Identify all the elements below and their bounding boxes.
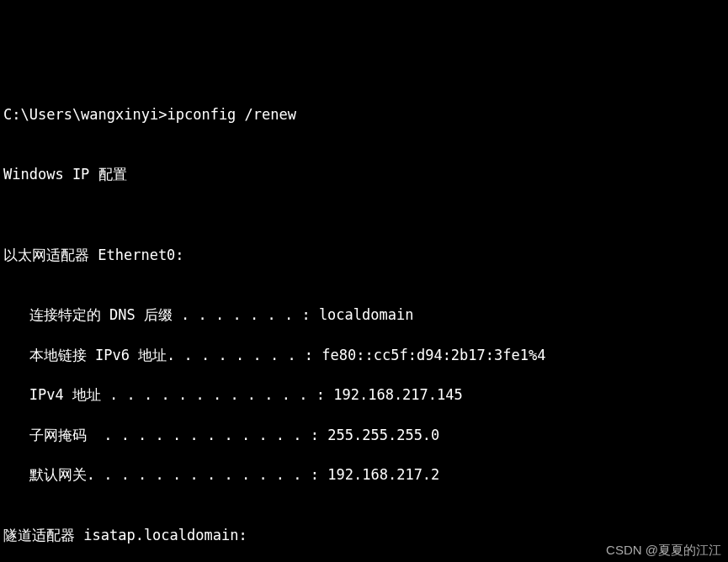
ipv6-ll-label: 本地链接 IPv6 地址. . . . . . . . : <box>3 347 313 363</box>
ipv4-address-row: IPv4 地址 . . . . . . . . . . . . : 192.16… <box>3 385 725 406</box>
dns-suffix-label: 连接特定的 DNS 后缀 . . . . . . . : <box>3 306 311 323</box>
ip-config-header: Windows IP 配置 <box>3 165 725 185</box>
subnet-mask-row: 子网掩码 . . . . . . . . . . . . : 255.255.2… <box>3 426 725 446</box>
ipv4-value: 192.168.217.145 <box>325 386 463 403</box>
ipv6-ll-value: fe80::cc5f:d94:2b17:3fe1%4 <box>313 347 545 363</box>
gw-label: 默认网关. . . . . . . . . . . . . : <box>3 466 319 483</box>
prompt-path: C:\Users\wangxinyi> <box>3 106 167 123</box>
ipv4-label: IPv4 地址 . . . . . . . . . . . . : <box>3 386 325 403</box>
default-gateway-row: 默认网关. . . . . . . . . . . . . : 192.168.… <box>3 465 725 485</box>
terminal-output: C:\Users\wangxinyi>ipconfig /renew Windo… <box>3 85 725 562</box>
command-text: ipconfig /renew <box>167 106 296 123</box>
mask-label: 子网掩码 . . . . . . . . . . . . : <box>3 427 319 443</box>
gw-value: 192.168.217.2 <box>319 466 439 483</box>
command-line-1: C:\Users\wangxinyi>ipconfig /renew <box>3 105 725 125</box>
watermark-text: CSDN @夏夏的江江 <box>606 541 721 559</box>
adapter-ethernet-title: 以太网适配器 Ethernet0: <box>3 246 725 266</box>
dns-suffix-value: localdomain <box>311 306 414 323</box>
dns-suffix-row: 连接特定的 DNS 后缀 . . . . . . . : localdomain <box>3 305 725 326</box>
ipv6-link-local-row: 本地链接 IPv6 地址. . . . . . . . : fe80::cc5f… <box>3 346 725 366</box>
mask-value: 255.255.255.0 <box>319 427 439 443</box>
